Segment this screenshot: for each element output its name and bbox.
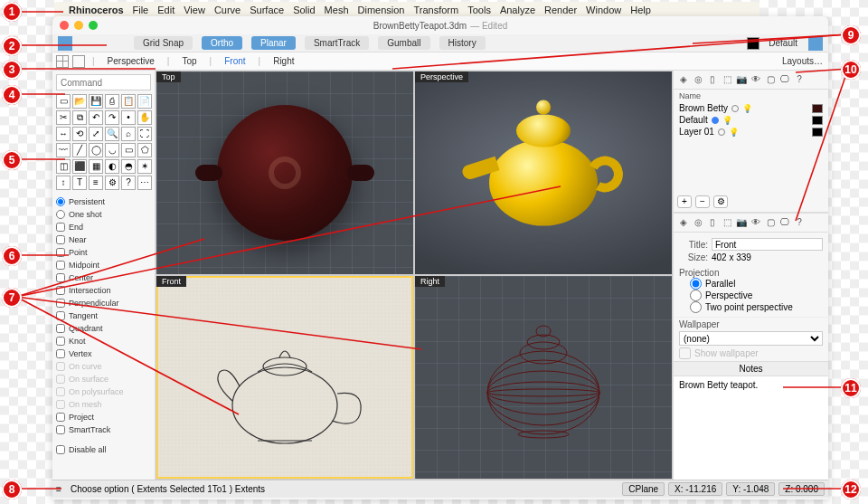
zoom-icon-tool[interactable]: 🔍: [105, 127, 119, 141]
tab-front[interactable]: Front: [219, 54, 250, 68]
layer-color-swatch[interactable]: [747, 37, 760, 50]
smarttrack-toggle[interactable]: SmartTrack: [305, 36, 369, 50]
arc-icon[interactable]: ◡: [105, 143, 119, 157]
options-icon[interactable]: ⋯: [137, 176, 152, 190]
minimize-icon[interactable]: [74, 21, 83, 30]
viewport-perspective[interactable]: Perspective: [415, 71, 672, 274]
menu-view[interactable]: View: [184, 5, 205, 15]
open-icon[interactable]: 📂: [72, 94, 87, 109]
proj-perspective[interactable]: Perspective: [690, 290, 823, 301]
line-icon[interactable]: ╱: [72, 143, 87, 157]
menu-window[interactable]: Window: [586, 5, 621, 15]
help-tab-icon[interactable]: ?: [793, 73, 806, 86]
box2-tab-icon[interactable]: ⬚: [721, 216, 733, 229]
ortho-toggle[interactable]: Ortho: [202, 36, 242, 50]
layer-row-default[interactable]: Default💡: [674, 114, 828, 126]
tab-top[interactable]: Top: [176, 54, 202, 68]
props-icon[interactable]: ⚙: [105, 176, 119, 190]
viewport-label-front[interactable]: Front: [156, 276, 186, 287]
mesh-icon[interactable]: ▦: [89, 159, 103, 174]
pan-icon[interactable]: ✋: [137, 110, 152, 125]
viewport-label-right[interactable]: Right: [415, 276, 445, 287]
box-tab-icon[interactable]: ⬚: [721, 73, 733, 86]
command-input[interactable]: [56, 74, 151, 90]
gridsnap-toggle[interactable]: Grid Snap: [134, 36, 193, 50]
new-icon[interactable]: ▭: [56, 94, 71, 109]
notes-body[interactable]: Brown Betty teapot.: [674, 376, 828, 480]
help-icon-tool[interactable]: ?: [121, 176, 136, 190]
snap-near[interactable]: Near: [56, 233, 151, 246]
tab-right[interactable]: Right: [268, 54, 299, 68]
right-sidebar-toggle[interactable]: [808, 36, 823, 51]
menu-help[interactable]: Help: [630, 5, 651, 15]
paste-icon[interactable]: 📄: [137, 94, 152, 109]
snap-tan[interactable]: Tangent: [56, 309, 151, 322]
left-sidebar-toggle[interactable]: [58, 36, 72, 51]
wallpaper-select[interactable]: (none): [679, 331, 823, 346]
traffic-lights[interactable]: [60, 21, 98, 30]
point-icon[interactable]: •: [121, 110, 136, 125]
zoom-window-icon[interactable]: ⌕: [121, 127, 136, 141]
menu-render[interactable]: Render: [544, 5, 577, 15]
layer-icon[interactable]: ≡: [89, 176, 103, 190]
snap-perp[interactable]: Perpendicular: [56, 297, 151, 309]
text-icon[interactable]: T: [72, 176, 87, 190]
curve-icon[interactable]: 〰: [56, 143, 71, 157]
history-toggle[interactable]: History: [439, 36, 486, 50]
snap-mid[interactable]: Midpoint: [56, 259, 151, 271]
viewport-top[interactable]: Top: [156, 71, 413, 274]
proj-twopoint[interactable]: Two point perspective: [690, 301, 823, 313]
snap-project[interactable]: Project: [56, 411, 151, 423]
status-menu-icon[interactable]: ≡: [56, 484, 67, 494]
redo-icon[interactable]: ↷: [105, 110, 119, 125]
snap-point[interactable]: Point: [56, 246, 151, 259]
menu-tools[interactable]: Tools: [467, 5, 491, 15]
rect-icon[interactable]: ▭: [121, 143, 136, 157]
surface-icon[interactable]: ◫: [56, 159, 71, 174]
undo-icon[interactable]: ↶: [89, 110, 103, 125]
layouts-button[interactable]: Layouts…: [782, 56, 823, 66]
layers2-tab-icon[interactable]: ◈: [677, 216, 690, 229]
analyze-icon[interactable]: ✶: [137, 159, 152, 174]
screen2-tab-icon[interactable]: 🖵: [778, 216, 791, 229]
save-icon[interactable]: 💾: [89, 94, 103, 109]
menu-curve[interactable]: Curve: [214, 5, 241, 15]
shade-icon[interactable]: ◓: [121, 159, 136, 174]
copy-icon[interactable]: ⧉: [72, 110, 87, 125]
menu-transform[interactable]: Transform: [413, 5, 458, 15]
planar-toggle[interactable]: Planar: [251, 36, 296, 50]
snap-quad[interactable]: Quadrant: [56, 322, 151, 335]
notes-header[interactable]: Notes: [674, 361, 828, 376]
display2-tab-icon[interactable]: ▢: [764, 216, 777, 229]
snap-knot[interactable]: Knot: [56, 335, 151, 347]
viewport-label-persp[interactable]: Perspective: [415, 71, 468, 82]
title-field[interactable]: [712, 238, 823, 251]
osnap-persistent[interactable]: Persistent: [56, 195, 151, 208]
menu-surface[interactable]: Surface: [250, 5, 284, 15]
camera2-tab-icon[interactable]: 📷: [735, 216, 748, 229]
polygon-icon[interactable]: ⬠: [137, 143, 152, 157]
snap-end[interactable]: End: [56, 221, 151, 233]
menu-edit[interactable]: Edit: [157, 5, 175, 15]
menu-solid[interactable]: Solid: [293, 5, 315, 15]
clipboard-icon[interactable]: 📋: [121, 94, 136, 109]
menu-mesh[interactable]: Mesh: [325, 5, 349, 15]
snap-smarttrack[interactable]: SmartTrack: [56, 423, 151, 436]
zoom-icon[interactable]: [89, 21, 98, 30]
viewports[interactable]: Top Perspective Front: [156, 71, 673, 480]
cplane-button[interactable]: CPlane: [622, 482, 665, 496]
doc2-tab-icon[interactable]: ▯: [706, 216, 719, 229]
viewport-front[interactable]: Front: [156, 276, 413, 479]
circle-icon[interactable]: ◯: [89, 143, 103, 157]
help2-tab-icon[interactable]: ?: [793, 216, 806, 229]
props2-tab-icon[interactable]: ◎: [692, 216, 704, 229]
four-view-icon[interactable]: [56, 55, 69, 68]
viewport-right[interactable]: Right: [415, 276, 672, 479]
current-layer-label[interactable]: Default: [769, 38, 797, 48]
close-icon[interactable]: [60, 21, 69, 30]
layer-add-button[interactable]: +: [677, 195, 692, 208]
doc-tab-icon[interactable]: ▯: [706, 73, 719, 86]
tab-perspective[interactable]: Perspective: [102, 54, 160, 68]
snap-int[interactable]: Intersection: [56, 284, 151, 297]
menu-dimension[interactable]: Dimension: [358, 5, 405, 15]
